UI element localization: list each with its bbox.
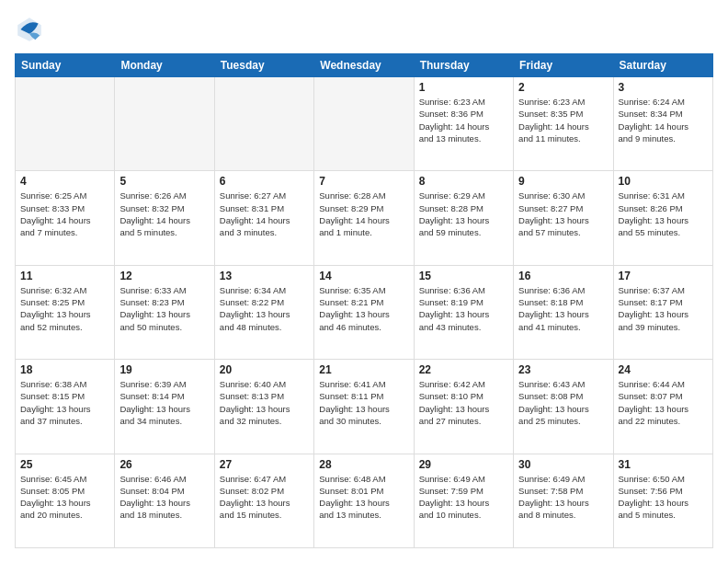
weekday-header-monday: Monday: [115, 54, 214, 77]
day-info: Sunrise: 6:45 AM Sunset: 8:05 PM Dayligh…: [20, 473, 109, 522]
day-number: 6: [220, 175, 309, 188]
day-number: 26: [119, 458, 209, 471]
calendar-cell: 27Sunrise: 6:47 AM Sunset: 8:02 PM Dayli…: [214, 454, 313, 547]
day-number: 15: [419, 270, 508, 282]
day-info: Sunrise: 6:46 AM Sunset: 8:04 PM Dayligh…: [119, 473, 209, 522]
day-info: Sunrise: 6:28 AM Sunset: 8:29 PM Dayligh…: [319, 190, 408, 238]
day-info: Sunrise: 6:40 AM Sunset: 8:13 PM Dayligh…: [220, 378, 309, 427]
calendar-cell: 4Sunrise: 6:25 AM Sunset: 8:33 PM Daylig…: [16, 171, 115, 265]
day-number: 8: [419, 175, 508, 188]
day-info: Sunrise: 6:23 AM Sunset: 8:36 PM Dayligh…: [419, 96, 508, 144]
day-number: 18: [20, 363, 109, 376]
calendar-cell: 24Sunrise: 6:44 AM Sunset: 8:07 PM Dayli…: [613, 360, 712, 454]
day-info: Sunrise: 6:47 AM Sunset: 8:02 PM Dayligh…: [220, 473, 309, 522]
calendar-cell: 9Sunrise: 6:30 AM Sunset: 8:27 PM Daylig…: [514, 171, 613, 265]
day-info: Sunrise: 6:49 AM Sunset: 7:59 PM Dayligh…: [419, 473, 508, 522]
calendar-cell: 30Sunrise: 6:49 AM Sunset: 7:58 PM Dayli…: [514, 454, 613, 547]
day-number: 22: [419, 363, 508, 376]
day-number: 9: [518, 175, 608, 188]
header: [15, 15, 713, 44]
day-info: Sunrise: 6:26 AM Sunset: 8:32 PM Dayligh…: [119, 190, 209, 238]
day-number: 17: [619, 270, 708, 282]
calendar-week-1: 1Sunrise: 6:23 AM Sunset: 8:36 PM Daylig…: [16, 77, 713, 171]
calendar-week-3: 11Sunrise: 6:32 AM Sunset: 8:25 PM Dayli…: [16, 265, 713, 359]
calendar-cell: 29Sunrise: 6:49 AM Sunset: 7:59 PM Dayli…: [414, 454, 513, 547]
day-info: Sunrise: 6:32 AM Sunset: 8:25 PM Dayligh…: [20, 284, 109, 333]
day-number: 24: [619, 363, 708, 376]
weekday-header-wednesday: Wednesday: [314, 54, 414, 77]
day-info: Sunrise: 6:48 AM Sunset: 8:01 PM Dayligh…: [319, 473, 408, 522]
day-info: Sunrise: 6:50 AM Sunset: 7:56 PM Dayligh…: [619, 473, 708, 522]
day-number: 30: [518, 458, 608, 471]
calendar-cell: 19Sunrise: 6:39 AM Sunset: 8:14 PM Dayli…: [115, 360, 214, 454]
calendar-week-5: 25Sunrise: 6:45 AM Sunset: 8:05 PM Dayli…: [16, 454, 713, 547]
calendar-cell: 22Sunrise: 6:42 AM Sunset: 8:10 PM Dayli…: [414, 360, 513, 454]
day-number: 14: [319, 270, 408, 282]
day-info: Sunrise: 6:25 AM Sunset: 8:33 PM Dayligh…: [20, 190, 109, 238]
calendar-cell: 1Sunrise: 6:23 AM Sunset: 8:36 PM Daylig…: [414, 77, 513, 171]
calendar-cell: 31Sunrise: 6:50 AM Sunset: 7:56 PM Dayli…: [613, 454, 712, 547]
day-info: Sunrise: 6:34 AM Sunset: 8:22 PM Dayligh…: [220, 284, 309, 333]
day-info: Sunrise: 6:36 AM Sunset: 8:19 PM Dayligh…: [419, 284, 508, 333]
page: SundayMondayTuesdayWednesdayThursdayFrid…: [0, 0, 728, 563]
day-info: Sunrise: 6:42 AM Sunset: 8:10 PM Dayligh…: [419, 378, 508, 427]
day-number: 29: [419, 458, 508, 471]
weekday-header-row: SundayMondayTuesdayWednesdayThursdayFrid…: [16, 54, 713, 77]
calendar-cell: 3Sunrise: 6:24 AM Sunset: 8:34 PM Daylig…: [613, 77, 712, 171]
day-info: Sunrise: 6:38 AM Sunset: 8:15 PM Dayligh…: [20, 378, 109, 427]
day-info: Sunrise: 6:36 AM Sunset: 8:18 PM Dayligh…: [518, 284, 608, 333]
day-number: 2: [518, 81, 608, 94]
day-info: Sunrise: 6:27 AM Sunset: 8:31 PM Dayligh…: [220, 190, 309, 238]
day-info: Sunrise: 6:49 AM Sunset: 7:58 PM Dayligh…: [518, 473, 608, 522]
calendar-cell: 20Sunrise: 6:40 AM Sunset: 8:13 PM Dayli…: [214, 360, 313, 454]
calendar-cell: 7Sunrise: 6:28 AM Sunset: 8:29 PM Daylig…: [314, 171, 414, 265]
calendar-cell: 2Sunrise: 6:23 AM Sunset: 8:35 PM Daylig…: [514, 77, 613, 171]
weekday-header-friday: Friday: [514, 54, 613, 77]
logo-icon: [15, 15, 44, 44]
day-info: Sunrise: 6:23 AM Sunset: 8:35 PM Dayligh…: [518, 96, 608, 144]
day-info: Sunrise: 6:30 AM Sunset: 8:27 PM Dayligh…: [518, 190, 608, 238]
day-info: Sunrise: 6:43 AM Sunset: 8:08 PM Dayligh…: [518, 378, 608, 427]
day-info: Sunrise: 6:39 AM Sunset: 8:14 PM Dayligh…: [119, 378, 209, 427]
calendar-cell: 28Sunrise: 6:48 AM Sunset: 8:01 PM Dayli…: [314, 454, 414, 547]
weekday-header-sunday: Sunday: [16, 54, 115, 77]
day-number: 19: [119, 363, 209, 376]
calendar-cell: [16, 77, 115, 171]
day-number: 20: [220, 363, 309, 376]
day-number: 3: [619, 81, 708, 94]
day-info: Sunrise: 6:37 AM Sunset: 8:17 PM Dayligh…: [619, 284, 708, 333]
day-number: 27: [220, 458, 309, 471]
calendar-cell: 6Sunrise: 6:27 AM Sunset: 8:31 PM Daylig…: [214, 171, 313, 265]
day-number: 4: [20, 175, 109, 188]
calendar-week-2: 4Sunrise: 6:25 AM Sunset: 8:33 PM Daylig…: [16, 171, 713, 265]
calendar-cell: 5Sunrise: 6:26 AM Sunset: 8:32 PM Daylig…: [115, 171, 214, 265]
day-number: 25: [20, 458, 109, 471]
day-number: 11: [20, 270, 109, 282]
day-info: Sunrise: 6:31 AM Sunset: 8:26 PM Dayligh…: [619, 190, 708, 238]
day-number: 5: [119, 175, 209, 188]
calendar-table: SundayMondayTuesdayWednesdayThursdayFrid…: [15, 53, 713, 548]
day-info: Sunrise: 6:29 AM Sunset: 8:28 PM Dayligh…: [419, 190, 508, 238]
calendar-cell: 16Sunrise: 6:36 AM Sunset: 8:18 PM Dayli…: [514, 265, 613, 359]
calendar-cell: [314, 77, 414, 171]
calendar-cell: 23Sunrise: 6:43 AM Sunset: 8:08 PM Dayli…: [514, 360, 613, 454]
day-number: 21: [319, 363, 408, 376]
day-info: Sunrise: 6:44 AM Sunset: 8:07 PM Dayligh…: [619, 378, 708, 427]
calendar-cell: [115, 77, 214, 171]
calendar-cell: 8Sunrise: 6:29 AM Sunset: 8:28 PM Daylig…: [414, 171, 513, 265]
day-number: 16: [518, 270, 608, 282]
calendar-week-4: 18Sunrise: 6:38 AM Sunset: 8:15 PM Dayli…: [16, 360, 713, 454]
calendar-cell: [214, 77, 313, 171]
calendar-cell: 10Sunrise: 6:31 AM Sunset: 8:26 PM Dayli…: [613, 171, 712, 265]
calendar-cell: 15Sunrise: 6:36 AM Sunset: 8:19 PM Dayli…: [414, 265, 513, 359]
calendar-cell: 26Sunrise: 6:46 AM Sunset: 8:04 PM Dayli…: [115, 454, 214, 547]
day-number: 13: [220, 270, 309, 282]
day-info: Sunrise: 6:35 AM Sunset: 8:21 PM Dayligh…: [319, 284, 408, 333]
calendar-cell: 14Sunrise: 6:35 AM Sunset: 8:21 PM Dayli…: [314, 265, 414, 359]
calendar-cell: 18Sunrise: 6:38 AM Sunset: 8:15 PM Dayli…: [16, 360, 115, 454]
day-info: Sunrise: 6:33 AM Sunset: 8:23 PM Dayligh…: [119, 284, 209, 333]
day-number: 31: [619, 458, 708, 471]
day-info: Sunrise: 6:24 AM Sunset: 8:34 PM Dayligh…: [619, 96, 708, 144]
logo: [15, 15, 48, 44]
calendar-cell: 21Sunrise: 6:41 AM Sunset: 8:11 PM Dayli…: [314, 360, 414, 454]
